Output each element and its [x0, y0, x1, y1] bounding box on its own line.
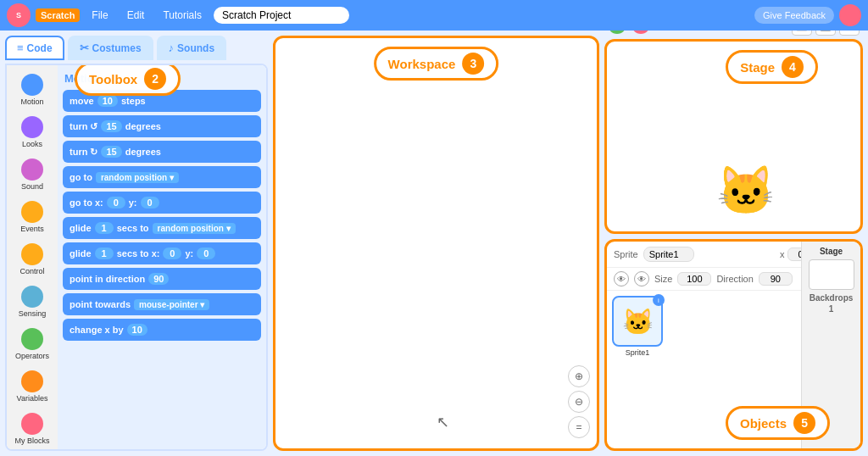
objects-annotation-label: Objects — [740, 416, 787, 431]
control-dot — [21, 243, 43, 265]
block-turn-ccw[interactable]: turn ↺ 15 degrees — [63, 115, 261, 137]
nav-edit[interactable]: Edit — [120, 6, 152, 25]
block-point-towards[interactable]: point towards mouse-pointer ▾ — [63, 293, 261, 315]
sensing-dot — [21, 286, 43, 308]
scratch-cat-sprite: 🐱 — [716, 167, 776, 214]
size-input[interactable] — [677, 272, 711, 286]
stage-annotation: Stage 4 — [726, 50, 818, 84]
editor-tabs: ≡ Code ✂ Costumes ♪ Sounds — [5, 36, 268, 60]
variables-dot — [21, 370, 43, 392]
objects-annotation: Objects 5 — [726, 406, 830, 440]
code-tab-icon: ≡ — [17, 42, 24, 54]
nav-tutorials[interactable]: Tutorials — [156, 6, 209, 25]
scratch-logo-icon[interactable]: S — [7, 3, 31, 27]
stage-mini-preview[interactable] — [809, 259, 854, 290]
stage-annotation-number: 4 — [782, 56, 804, 78]
feedback-button[interactable]: Give Feedback — [754, 7, 834, 24]
sprite-stage-area: 🐱 i Sprite1 Objects 5 Stage Back — [607, 291, 860, 438]
category-variables-label: Variables — [17, 394, 48, 403]
category-myblocks[interactable]: My Blocks — [9, 409, 55, 448]
right-panel: ▶ ⬜ ⬛ ⛶ Stage 4 🐱 — [604, 36, 863, 451]
category-control-label: Control — [19, 267, 44, 275]
objects-annotation-number: 5 — [793, 412, 815, 434]
events-dot — [21, 201, 43, 223]
category-sidebar: Motion Looks Sound Events Control — [7, 65, 58, 449]
size-label: Size — [654, 274, 672, 284]
stage-area: Stage 4 🐱 — [604, 39, 863, 234]
stage-panel-label: Stage — [820, 247, 843, 256]
sprite-thumb-image: 🐱 — [622, 307, 654, 336]
toolbox-annotation-label: Toolbox — [89, 72, 137, 86]
category-operators-label: Operators — [15, 352, 49, 360]
category-looks[interactable]: Looks — [9, 113, 55, 152]
category-variables[interactable]: Variables — [9, 367, 55, 406]
toolbox-panel: Motion move 10 steps turn ↺ 15 degrees t… — [58, 65, 266, 449]
sprite-thumbnail[interactable]: 🐱 i — [612, 296, 663, 347]
block-change-x[interactable]: change x by 10 — [63, 319, 261, 341]
toolbox-annotation: Toolbox 2 — [75, 65, 181, 96]
block-goto[interactable]: go to random position ▾ — [63, 166, 261, 188]
myblocks-dot — [21, 413, 43, 435]
show-sprite-button[interactable]: 👁 — [614, 271, 629, 286]
workspace-annotation-number: 3 — [462, 53, 484, 75]
tab-sounds[interactable]: ♪ Sounds — [157, 36, 227, 60]
costumes-tab-icon: ✂ — [80, 42, 89, 54]
objects-panel: Sprite x y 👁 👁 Size — [604, 239, 863, 451]
workspace-annotation-label: Workspace — [388, 57, 456, 71]
category-control[interactable]: Control — [9, 240, 55, 279]
block-goto-xy[interactable]: go to x: 0 y: 0 — [63, 192, 261, 214]
nav-file[interactable]: File — [85, 6, 114, 25]
block-glide-xy[interactable]: glide 1 secs to x: 0 y: 0 — [63, 242, 261, 264]
tab-code[interactable]: ≡ Code — [5, 36, 64, 60]
zoom-out-button[interactable]: ⊖ — [568, 391, 590, 413]
category-motion-label: Motion — [20, 97, 43, 106]
scratch-brand: Scratch — [36, 8, 80, 22]
sprite-thumb-label: Sprite1 — [626, 348, 650, 357]
category-operators[interactable]: Operators — [9, 325, 55, 364]
zoom-in-button[interactable]: ⊕ — [568, 365, 590, 387]
direction-label: Direction — [716, 274, 753, 284]
project-name-input[interactable] — [214, 7, 349, 24]
top-nav: S Scratch File Edit Tutorials Give Feedb… — [0, 0, 868, 31]
cat-emoji: 🐱 — [716, 164, 776, 217]
sprite-thumb-container: 🐱 i Sprite1 — [612, 296, 663, 357]
x-coord-label: x — [780, 249, 785, 259]
sprite-badge: i — [653, 294, 665, 306]
block-turn-cw[interactable]: turn ↻ 15 degrees — [63, 141, 261, 163]
sprite-label: Sprite — [614, 249, 638, 259]
category-sound[interactable]: Sound — [9, 155, 55, 194]
block-point-direction[interactable]: point in direction 90 — [63, 268, 261, 290]
category-sensing[interactable]: Sensing — [9, 282, 55, 321]
category-sensing-label: Sensing — [19, 309, 47, 318]
sounds-tab-icon: ♪ — [169, 42, 175, 54]
workspace-panel[interactable]: Workspace 3 ↖ ⊕ ⊖ = — [273, 36, 599, 451]
workspace-annotation: Workspace 3 — [374, 47, 499, 81]
tab-costumes[interactable]: ✂ Costumes — [68, 36, 153, 60]
operators-dot — [21, 328, 43, 350]
category-motion[interactable]: Motion — [9, 70, 55, 109]
category-sound-label: Sound — [21, 182, 43, 191]
toolbox-annotation-number: 2 — [144, 68, 166, 90]
sprite-visibility-toggle[interactable]: 👁 — [634, 271, 649, 286]
category-myblocks-label: My Blocks — [14, 437, 49, 445]
category-events-label: Events — [20, 225, 44, 233]
main-content: ≡ Code ✂ Costumes ♪ Sounds Motion — [0, 31, 868, 456]
motion-dot — [21, 74, 43, 96]
user-avatar[interactable] — [839, 4, 861, 26]
block-glide-to[interactable]: glide 1 secs to random position ▾ — [63, 217, 261, 239]
code-area: Motion Looks Sound Events Control — [5, 64, 268, 451]
backdrops-label: Backdrops — [807, 293, 855, 303]
looks-dot — [21, 116, 43, 138]
sprite-name-input[interactable] — [643, 247, 694, 262]
category-events[interactable]: Events — [9, 197, 55, 236]
sound-dot — [21, 158, 43, 181]
cursor-icon: ↖ — [437, 413, 449, 431]
direction-input[interactable] — [759, 272, 793, 286]
left-panel: ≡ Code ✂ Costumes ♪ Sounds Motion — [5, 36, 268, 451]
category-looks-label: Looks — [22, 140, 42, 148]
fit-screen-button[interactable]: = — [568, 416, 590, 438]
backdrops-count: 1 — [807, 304, 855, 314]
workspace-tools: ⊕ ⊖ = — [568, 365, 590, 438]
stage-annotation-label: Stage — [740, 60, 775, 75]
